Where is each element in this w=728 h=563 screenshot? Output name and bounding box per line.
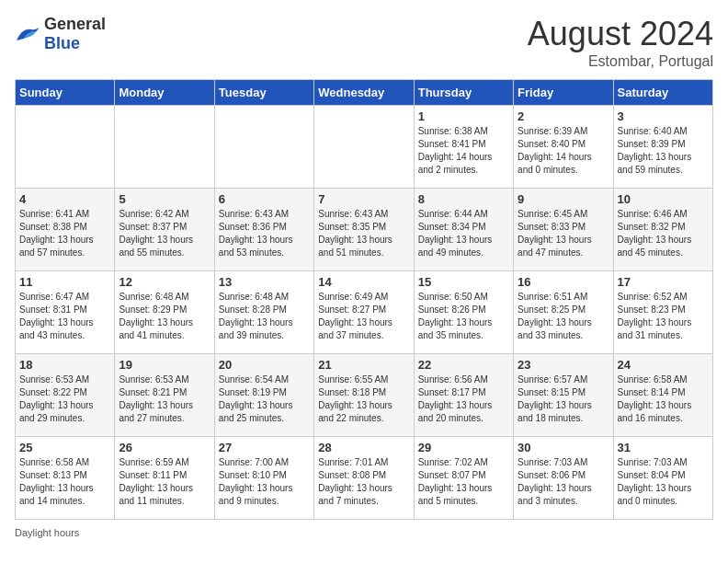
day-number: 31	[618, 441, 709, 454]
logo-bird-icon	[15, 24, 40, 44]
day-number: 23	[518, 358, 609, 372]
calendar-header-friday: Friday	[514, 80, 613, 106]
calendar-week-5: 25Sunrise: 6:58 AM Sunset: 8:13 PM Dayli…	[16, 437, 713, 520]
day-info: Sunrise: 6:50 AM Sunset: 8:26 PM Dayligh…	[418, 291, 509, 342]
calendar-cell	[115, 106, 214, 189]
day-info: Sunrise: 6:57 AM Sunset: 8:15 PM Dayligh…	[518, 373, 609, 425]
day-info: Sunrise: 6:43 AM Sunset: 8:36 PM Dayligh…	[219, 208, 310, 259]
day-number: 8	[418, 192, 509, 206]
daylight-hours-label: Daylight hours	[15, 527, 79, 538]
calendar-cell: 11Sunrise: 6:47 AM Sunset: 8:31 PM Dayli…	[16, 271, 115, 354]
calendar-cell: 8Sunrise: 6:44 AM Sunset: 8:34 PM Daylig…	[414, 189, 513, 271]
day-info: Sunrise: 6:46 AM Sunset: 8:32 PM Dayligh…	[618, 208, 709, 259]
day-info: Sunrise: 6:53 AM Sunset: 8:21 PM Dayligh…	[119, 373, 210, 425]
day-info: Sunrise: 6:55 AM Sunset: 8:18 PM Dayligh…	[318, 373, 409, 425]
day-number: 18	[19, 358, 110, 372]
calendar-cell: 15Sunrise: 6:50 AM Sunset: 8:26 PM Dayli…	[414, 271, 513, 354]
day-info: Sunrise: 6:41 AM Sunset: 8:38 PM Dayligh…	[19, 208, 110, 259]
calendar-header-row: SundayMondayTuesdayWednesdayThursdayFrid…	[16, 80, 713, 106]
day-number: 11	[19, 275, 110, 289]
calendar-cell: 30Sunrise: 7:03 AM Sunset: 8:06 PM Dayli…	[514, 437, 613, 520]
day-number: 2	[518, 109, 609, 123]
day-number: 24	[618, 358, 709, 372]
calendar-header-thursday: Thursday	[414, 80, 513, 106]
calendar-cell: 25Sunrise: 6:58 AM Sunset: 8:13 PM Dayli…	[16, 437, 115, 520]
day-number: 30	[518, 441, 609, 454]
calendar-header-saturday: Saturday	[613, 80, 712, 106]
calendar-cell: 6Sunrise: 6:43 AM Sunset: 8:36 PM Daylig…	[214, 189, 313, 271]
day-number: 13	[219, 275, 310, 289]
logo-general: General	[44, 15, 106, 33]
calendar-cell: 3Sunrise: 6:40 AM Sunset: 8:39 PM Daylig…	[613, 106, 712, 189]
calendar-cell: 24Sunrise: 6:58 AM Sunset: 8:14 PM Dayli…	[613, 354, 712, 437]
calendar-cell: 23Sunrise: 6:57 AM Sunset: 8:15 PM Dayli…	[514, 354, 613, 437]
day-number: 22	[418, 358, 509, 372]
calendar-cell: 17Sunrise: 6:52 AM Sunset: 8:23 PM Dayli…	[613, 271, 712, 354]
day-info: Sunrise: 6:56 AM Sunset: 8:17 PM Dayligh…	[418, 373, 509, 425]
day-info: Sunrise: 6:52 AM Sunset: 8:23 PM Dayligh…	[618, 291, 709, 342]
calendar-cell: 28Sunrise: 7:01 AM Sunset: 8:08 PM Dayli…	[314, 437, 414, 520]
day-number: 21	[318, 358, 409, 372]
calendar-cell: 13Sunrise: 6:48 AM Sunset: 8:28 PM Dayli…	[214, 271, 313, 354]
day-number: 15	[418, 275, 509, 289]
calendar-cell	[16, 106, 115, 189]
day-info: Sunrise: 7:00 AM Sunset: 8:10 PM Dayligh…	[219, 456, 310, 508]
calendar-header-tuesday: Tuesday	[214, 80, 313, 106]
logo-blue: Blue	[44, 34, 80, 52]
day-info: Sunrise: 6:51 AM Sunset: 8:25 PM Dayligh…	[518, 291, 609, 342]
calendar-cell: 26Sunrise: 6:59 AM Sunset: 8:11 PM Dayli…	[115, 437, 214, 520]
day-number: 7	[318, 192, 409, 206]
calendar-cell: 31Sunrise: 7:03 AM Sunset: 8:04 PM Dayli…	[613, 437, 712, 520]
day-info: Sunrise: 6:45 AM Sunset: 8:33 PM Dayligh…	[518, 208, 609, 259]
day-number: 6	[219, 192, 310, 206]
calendar-cell: 9Sunrise: 6:45 AM Sunset: 8:33 PM Daylig…	[514, 189, 613, 271]
calendar-cell: 4Sunrise: 6:41 AM Sunset: 8:38 PM Daylig…	[16, 189, 115, 271]
day-number: 20	[219, 358, 310, 372]
calendar-cell: 7Sunrise: 6:43 AM Sunset: 8:35 PM Daylig…	[314, 189, 414, 271]
day-info: Sunrise: 6:38 AM Sunset: 8:41 PM Dayligh…	[418, 125, 509, 177]
day-number: 19	[119, 358, 210, 372]
title-area: August 2024 Estombar, Portugal	[528, 15, 713, 70]
day-number: 26	[119, 441, 210, 454]
calendar-cell: 27Sunrise: 7:00 AM Sunset: 8:10 PM Dayli…	[214, 437, 313, 520]
day-number: 29	[418, 441, 509, 454]
day-number: 12	[119, 275, 210, 289]
calendar-cell: 21Sunrise: 6:55 AM Sunset: 8:18 PM Dayli…	[314, 354, 414, 437]
day-number: 5	[119, 192, 210, 206]
calendar-week-1: 1Sunrise: 6:38 AM Sunset: 8:41 PM Daylig…	[16, 106, 713, 189]
day-info: Sunrise: 6:43 AM Sunset: 8:35 PM Dayligh…	[318, 208, 409, 259]
calendar-cell: 20Sunrise: 6:54 AM Sunset: 8:19 PM Dayli…	[214, 354, 313, 437]
day-info: Sunrise: 7:03 AM Sunset: 8:04 PM Dayligh…	[618, 456, 709, 508]
calendar-cell: 22Sunrise: 6:56 AM Sunset: 8:17 PM Dayli…	[414, 354, 513, 437]
calendar-table: SundayMondayTuesdayWednesdayThursdayFrid…	[15, 79, 713, 520]
day-info: Sunrise: 6:39 AM Sunset: 8:40 PM Dayligh…	[518, 125, 609, 177]
day-info: Sunrise: 7:02 AM Sunset: 8:07 PM Dayligh…	[418, 456, 509, 508]
day-number: 1	[418, 109, 509, 123]
day-number: 14	[318, 275, 409, 289]
day-info: Sunrise: 6:42 AM Sunset: 8:37 PM Dayligh…	[119, 208, 210, 259]
day-number: 16	[518, 275, 609, 289]
header: General Blue August 2024 Estombar, Portu…	[15, 15, 713, 70]
day-number: 10	[618, 192, 709, 206]
day-number: 4	[19, 192, 110, 206]
day-info: Sunrise: 6:44 AM Sunset: 8:34 PM Dayligh…	[418, 208, 509, 259]
calendar-cell	[214, 106, 313, 189]
calendar-header-wednesday: Wednesday	[314, 80, 414, 106]
day-number: 27	[219, 441, 310, 454]
calendar-week-3: 11Sunrise: 6:47 AM Sunset: 8:31 PM Dayli…	[16, 271, 713, 354]
calendar-cell: 16Sunrise: 6:51 AM Sunset: 8:25 PM Dayli…	[514, 271, 613, 354]
day-number: 9	[518, 192, 609, 206]
calendar-cell: 10Sunrise: 6:46 AM Sunset: 8:32 PM Dayli…	[613, 189, 712, 271]
logo: General Blue	[15, 15, 106, 53]
location: Estombar, Portugal	[528, 53, 713, 70]
day-info: Sunrise: 6:40 AM Sunset: 8:39 PM Dayligh…	[618, 125, 709, 177]
calendar-cell	[314, 106, 414, 189]
day-number: 17	[618, 275, 709, 289]
calendar-header-monday: Monday	[115, 80, 214, 106]
day-info: Sunrise: 6:58 AM Sunset: 8:13 PM Dayligh…	[19, 456, 110, 508]
day-number: 28	[318, 441, 409, 454]
day-info: Sunrise: 6:49 AM Sunset: 8:27 PM Dayligh…	[318, 291, 409, 342]
day-info: Sunrise: 6:53 AM Sunset: 8:22 PM Dayligh…	[19, 373, 110, 425]
day-info: Sunrise: 6:58 AM Sunset: 8:14 PM Dayligh…	[618, 373, 709, 425]
calendar-cell: 14Sunrise: 6:49 AM Sunset: 8:27 PM Dayli…	[314, 271, 414, 354]
